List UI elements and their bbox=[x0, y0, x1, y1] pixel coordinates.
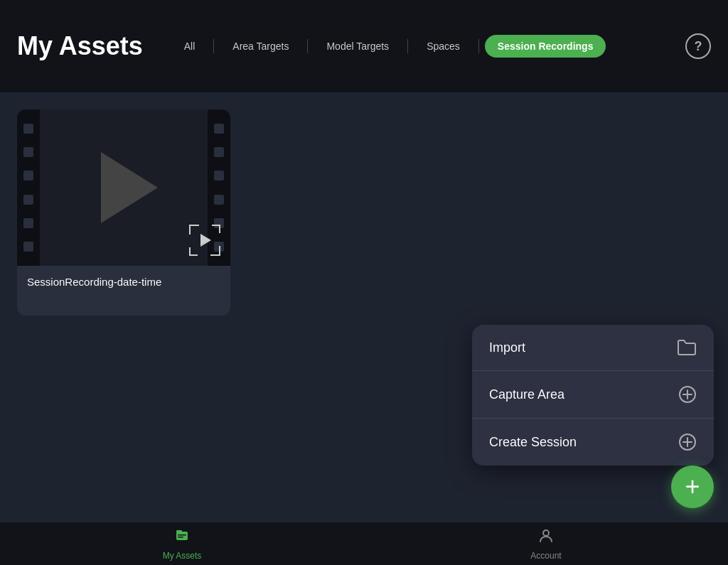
tab-bar: All Area Targets Model Targets Spaces Se… bbox=[171, 35, 685, 58]
dropdown-item-create-session[interactable]: Create Session bbox=[472, 419, 714, 466]
tab-session-recordings[interactable]: Session Recordings bbox=[485, 35, 606, 58]
fab-button[interactable]: + bbox=[671, 466, 714, 508]
svg-rect-6 bbox=[176, 532, 188, 540]
film-hole bbox=[23, 124, 33, 134]
account-nav-icon bbox=[537, 527, 555, 548]
film-hole bbox=[214, 124, 224, 134]
film-hole bbox=[23, 242, 33, 252]
nav-item-account[interactable]: Account bbox=[364, 527, 728, 561]
bottom-nav: My Assets Account bbox=[0, 522, 728, 565]
film-hole bbox=[214, 171, 224, 181]
tab-area-targets[interactable]: Area Targets bbox=[220, 35, 301, 58]
film-hole bbox=[23, 195, 33, 205]
play-icon-small bbox=[200, 234, 211, 247]
page-title: My Assets bbox=[17, 31, 143, 61]
play-small-container bbox=[189, 225, 220, 256]
my-assets-nav-label: My Assets bbox=[163, 551, 202, 561]
import-label: Import bbox=[489, 340, 525, 355]
asset-thumbnail bbox=[17, 109, 230, 266]
play-icon-large bbox=[101, 152, 158, 223]
expand-corner-bl bbox=[189, 247, 198, 256]
asset-card[interactable]: SessionRecording-date-time bbox=[17, 109, 230, 316]
film-hole bbox=[214, 195, 224, 205]
folder-icon bbox=[677, 339, 697, 356]
svg-rect-7 bbox=[176, 530, 182, 532]
film-hole bbox=[23, 218, 33, 228]
my-assets-nav-icon bbox=[173, 527, 191, 548]
tab-divider-3 bbox=[407, 39, 408, 53]
tab-spaces[interactable]: Spaces bbox=[414, 35, 473, 58]
svg-point-10 bbox=[543, 530, 549, 536]
dropdown-item-import[interactable]: Import bbox=[472, 325, 714, 371]
tab-all[interactable]: All bbox=[171, 35, 208, 58]
dropdown-menu: Import Capture Area Create Session bbox=[472, 325, 714, 466]
capture-area-label: Capture Area bbox=[489, 387, 564, 402]
film-hole bbox=[23, 147, 33, 157]
account-nav-label: Account bbox=[530, 551, 561, 561]
main-content: SessionRecording-date-time Import Captur… bbox=[0, 92, 728, 522]
film-strip-left bbox=[17, 109, 40, 266]
film-hole bbox=[23, 171, 33, 181]
nav-item-my-assets[interactable]: My Assets bbox=[0, 527, 364, 561]
svg-rect-9 bbox=[178, 537, 183, 538]
create-session-label: Create Session bbox=[489, 435, 577, 450]
tab-model-targets[interactable]: Model Targets bbox=[314, 35, 402, 58]
tab-divider-1 bbox=[213, 39, 214, 53]
asset-label: SessionRecording-date-time bbox=[17, 266, 230, 288]
tab-divider-4 bbox=[478, 39, 479, 53]
top-bar: My Assets All Area Targets Model Targets… bbox=[0, 0, 728, 92]
help-button[interactable]: ? bbox=[685, 33, 711, 59]
dropdown-item-capture-area[interactable]: Capture Area bbox=[472, 371, 714, 419]
plus-circle-icon-capture bbox=[678, 385, 697, 404]
tab-divider-2 bbox=[307, 39, 308, 53]
film-hole bbox=[214, 147, 224, 157]
svg-rect-8 bbox=[178, 534, 186, 536]
expand-corner-tr bbox=[212, 225, 220, 233]
plus-circle-icon-session bbox=[678, 433, 697, 451]
